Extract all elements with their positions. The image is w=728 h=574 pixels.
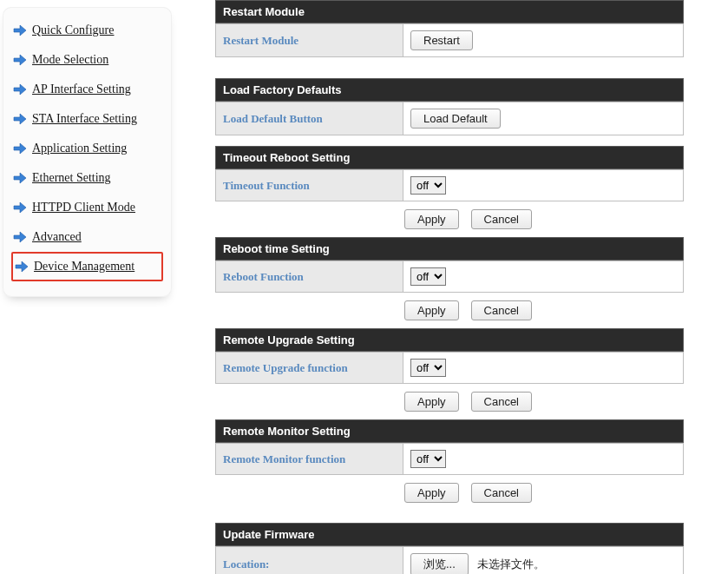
row-label: Location:: [216, 547, 403, 575]
sidebar: Quick Configure Mode Selection AP Interf…: [3, 7, 172, 297]
apply-button[interactable]: Apply: [404, 300, 459, 320]
cancel-button[interactable]: Cancel: [471, 300, 532, 320]
section-title: Timeout Reboot Setting: [215, 146, 684, 169]
reboot-function-select[interactable]: off: [410, 267, 446, 286]
svg-marker-2: [14, 84, 26, 95]
section-remote-upgrade: Remote Upgrade Setting Remote Upgrade fu…: [215, 328, 684, 419]
arrow-right-icon: [13, 142, 27, 155]
section-restart-module: Restart Module Restart Module Restart: [215, 0, 684, 57]
svg-marker-5: [14, 173, 26, 183]
section-reboot-time: Reboot time Setting Reboot Function off …: [215, 237, 684, 328]
sidebar-item-httpd-client-mode[interactable]: HTTPD Client Mode: [11, 193, 163, 222]
cancel-button[interactable]: Cancel: [471, 483, 532, 503]
sidebar-link[interactable]: HTTPD Client Mode: [32, 201, 135, 214]
sidebar-link[interactable]: Device Management: [34, 260, 134, 274]
sidebar-item-quick-configure[interactable]: Quick Configure: [11, 16, 163, 45]
sidebar-link[interactable]: Application Setting: [32, 142, 127, 155]
sidebar-link[interactable]: AP Interface Setting: [32, 82, 131, 96]
svg-marker-1: [14, 55, 26, 65]
arrow-right-icon: [13, 83, 27, 96]
section-update-firmware: Update Firmware Location: 浏览... 未选择文件。 A…: [215, 523, 684, 574]
section-title: Remote Monitor Setting: [215, 419, 684, 443]
sidebar-item-advanced[interactable]: Advanced: [11, 222, 163, 252]
sidebar-link[interactable]: Advanced: [32, 230, 82, 244]
svg-marker-0: [14, 25, 26, 36]
sidebar-item-application-setting[interactable]: Application Setting: [11, 134, 163, 163]
section-title: Update Firmware: [215, 523, 684, 546]
main-content: Restart Module Restart Module Restart Lo…: [172, 0, 728, 574]
remote-upgrade-select[interactable]: off: [410, 359, 446, 377]
apply-button[interactable]: Apply: [404, 392, 459, 412]
apply-button[interactable]: Apply: [404, 209, 459, 229]
svg-marker-3: [14, 114, 26, 124]
svg-marker-6: [14, 202, 26, 213]
timeout-function-select[interactable]: off: [410, 176, 446, 195]
arrow-right-icon: [13, 172, 27, 184]
apply-button[interactable]: Apply: [404, 483, 459, 503]
arrow-right-icon: [13, 24, 27, 36]
arrow-right-icon: [13, 231, 27, 243]
svg-marker-8: [16, 261, 28, 272]
row-label: Load Default Button: [216, 102, 403, 135]
sidebar-link[interactable]: STA Interface Setting: [32, 112, 137, 126]
sidebar-item-sta-interface[interactable]: STA Interface Setting: [11, 104, 163, 134]
arrow-right-icon: [13, 201, 27, 214]
sidebar-item-mode-selection[interactable]: Mode Selection: [11, 45, 163, 75]
row-label: Timeout Function: [216, 170, 403, 201]
cancel-button[interactable]: Cancel: [471, 209, 532, 229]
section-title: Reboot time Setting: [215, 237, 684, 261]
section-load-factory-defaults: Load Factory Defaults Load Default Butto…: [215, 78, 684, 135]
section-title: Remote Upgrade Setting: [215, 328, 684, 352]
sidebar-link[interactable]: Mode Selection: [32, 53, 108, 67]
cancel-button[interactable]: Cancel: [471, 392, 532, 412]
section-title: Restart Module: [215, 0, 684, 23]
no-file-text: 未选择文件。: [477, 557, 545, 572]
sidebar-item-ethernet-setting[interactable]: Ethernet Setting: [11, 163, 163, 193]
load-default-button[interactable]: Load Default: [410, 109, 501, 129]
sidebar-link[interactable]: Quick Configure: [32, 23, 114, 37]
arrow-right-icon: [13, 113, 27, 125]
arrow-right-icon: [13, 54, 27, 66]
restart-button[interactable]: Restart: [410, 30, 473, 50]
row-label: Reboot Function: [216, 261, 403, 293]
row-label: Remote Upgrade function: [216, 353, 403, 384]
remote-monitor-select[interactable]: off: [410, 450, 446, 468]
sidebar-item-ap-interface[interactable]: AP Interface Setting: [11, 75, 163, 104]
svg-marker-7: [14, 232, 26, 242]
arrow-right-icon: [15, 261, 29, 273]
row-label: Restart Module: [216, 24, 403, 57]
section-timeout-reboot: Timeout Reboot Setting Timeout Function …: [215, 146, 684, 237]
svg-marker-4: [14, 143, 26, 154]
sidebar-item-device-management[interactable]: Device Management: [11, 252, 163, 281]
section-remote-monitor: Remote Monitor Setting Remote Monitor fu…: [215, 419, 684, 511]
row-label: Remote Monitor function: [216, 444, 403, 475]
section-title: Load Factory Defaults: [215, 78, 684, 102]
sidebar-link[interactable]: Ethernet Setting: [32, 171, 111, 185]
browse-button[interactable]: 浏览...: [410, 553, 469, 574]
